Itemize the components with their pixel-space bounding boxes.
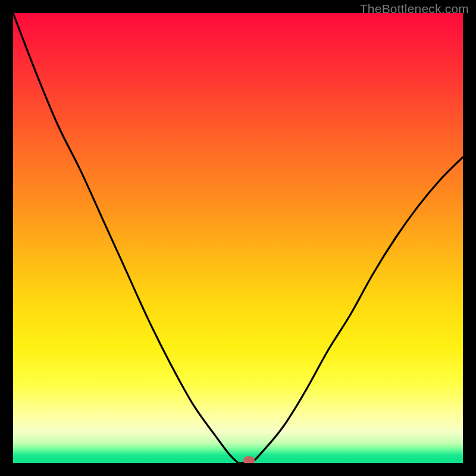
watermark-text: TheBottleneck.com [360,2,469,16]
optimal-marker [243,456,255,463]
plot-area [13,13,463,463]
chart-container: TheBottleneck.com [0,0,476,476]
bottleneck-curve [13,13,463,463]
